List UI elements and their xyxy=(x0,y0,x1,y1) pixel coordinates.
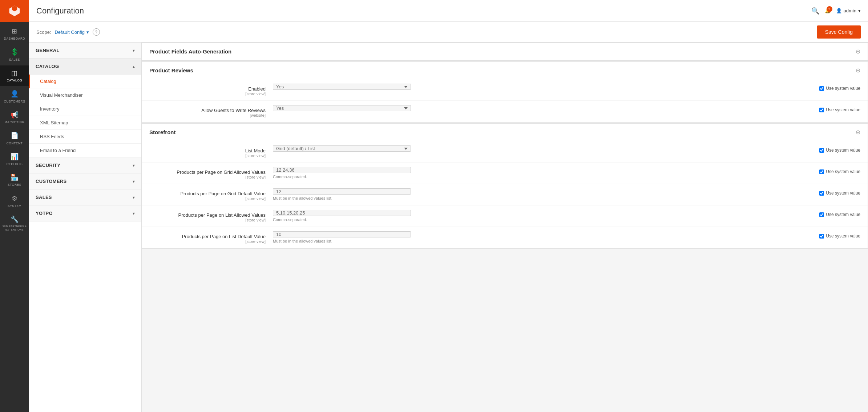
nav-item-customers[interactable]: 👤 CUSTOMERS xyxy=(0,86,29,107)
chevron-icon-sales: ▾ xyxy=(133,195,135,200)
list-mode-select[interactable]: Grid (default) / List List (default) / G… xyxy=(273,145,411,152)
list-allowed-label: Products per Page on List Allowed Values… xyxy=(149,210,273,222)
list-default-control: Must be in the allowed values list. Use … xyxy=(273,231,860,243)
search-icon[interactable]: 🔍 xyxy=(811,7,819,15)
enabled-use-system-checkbox[interactable] xyxy=(819,86,824,91)
nav-item-dashboard[interactable]: ⊞ DASHBOARD xyxy=(0,24,29,44)
allow-guests-select[interactable]: Yes No xyxy=(273,105,411,111)
grid-default-use-system-value[interactable]: Use system value xyxy=(819,188,860,196)
sidebar-item-visual-merchandiser[interactable]: Visual Merchandiser xyxy=(29,88,141,102)
config-section-header-storefront[interactable]: Storefront ⊖ xyxy=(142,124,868,141)
section-header-sales[interactable]: SALES ▾ xyxy=(29,189,141,205)
enabled-use-system-label: Use system value xyxy=(826,86,860,91)
notification-bell[interactable]: 🔔 2 xyxy=(825,8,831,13)
grid-allowed-use-system-checkbox[interactable] xyxy=(819,169,824,174)
section-header-yotpo[interactable]: YOTPO ▾ xyxy=(29,205,141,221)
list-allowed-use-system-value[interactable]: Use system value xyxy=(819,210,860,217)
logo xyxy=(0,0,29,22)
admin-username: admin xyxy=(844,8,856,13)
form-row-list-mode: List Mode [store view] Grid (default) / … xyxy=(142,141,868,163)
list-default-input[interactable] xyxy=(273,231,411,237)
sidebar-item-rss-feeds[interactable]: RSS Feeds xyxy=(29,130,141,144)
section-title-sales: SALES xyxy=(36,195,52,200)
scope-bar: Scope: Default Config ▾ ? Save Config xyxy=(29,22,868,43)
config-section-header-product-reviews[interactable]: Product Reviews ⊖ xyxy=(142,62,868,79)
chevron-icon-security: ▾ xyxy=(133,163,135,168)
chevron-icon-catalog: ▴ xyxy=(133,64,135,69)
scope-chevron-icon: ▾ xyxy=(86,29,89,35)
list-mode-use-system-label: Use system value xyxy=(826,148,860,153)
enabled-select[interactable]: Yes No xyxy=(273,84,411,90)
section-header-general[interactable]: GENERAL ▾ xyxy=(29,43,141,59)
product-fields-toggle-icon: ⊖ xyxy=(856,48,860,55)
nav-item-partners[interactable]: 🔧 3RD PARTNERS & EXTENSIONS xyxy=(0,212,29,235)
allow-guests-use-system-checkbox[interactable] xyxy=(819,108,824,112)
product-reviews-title: Product Reviews xyxy=(149,67,193,73)
nav-item-reports[interactable]: 📊 REPORTS xyxy=(0,149,29,170)
form-row-grid-allowed: Products per Page on Grid Allowed Values… xyxy=(142,163,868,184)
nav-label-system: SYSTEM xyxy=(8,204,21,208)
nav-item-content[interactable]: 📄 CONTENT xyxy=(0,128,29,149)
scope-selector[interactable]: Default Config ▾ xyxy=(54,29,89,35)
enabled-use-system-value[interactable]: Use system value xyxy=(819,84,860,91)
allow-guests-control: Yes No Use system value xyxy=(273,105,860,112)
config-section-header-product-fields[interactable]: Product Fields Auto-Generation ⊖ xyxy=(142,43,868,60)
right-panel: Product Fields Auto-Generation ⊖ Product… xyxy=(142,43,868,412)
save-config-button[interactable]: Save Config xyxy=(817,25,861,39)
left-panel: GENERAL ▾ CATALOG ▴ Catalog Visual Merch… xyxy=(29,43,142,412)
storefront-title: Storefront xyxy=(149,129,176,135)
top-bar-right: 🔍 🔔 2 👤 admin ▾ xyxy=(811,7,861,15)
help-icon: ? xyxy=(95,30,97,34)
icon-sidebar: ⊞ DASHBOARD 💲 SALES ◫ CATALOG 👤 CUSTOMER… xyxy=(0,0,29,412)
list-mode-use-system-value[interactable]: Use system value xyxy=(819,145,860,153)
enabled-label: Enabled [store view] xyxy=(149,84,273,96)
grid-default-input[interactable] xyxy=(273,188,411,195)
reports-icon: 📊 xyxy=(11,153,19,161)
customers-icon: 👤 xyxy=(11,90,19,98)
allow-guests-use-system-value[interactable]: Use system value xyxy=(819,105,860,112)
nav-item-system[interactable]: ⚙ SYSTEM xyxy=(0,191,29,212)
scope-help-button[interactable]: ? xyxy=(93,28,100,36)
grid-default-control: Must be in the allowed values list. Use … xyxy=(273,188,860,200)
storefront-toggle-icon: ⊖ xyxy=(856,129,860,136)
chevron-icon-yotpo: ▾ xyxy=(133,211,135,216)
sidebar-item-catalog[interactable]: Catalog xyxy=(29,75,141,88)
section-title-catalog: CATALOG xyxy=(36,64,59,69)
form-row-enabled: Enabled [store view] Yes No xyxy=(142,79,868,101)
nav-label-stores: STORES xyxy=(8,183,21,187)
nav-label-partners: 3RD PARTNERS & EXTENSIONS xyxy=(2,225,27,231)
sidebar-item-email-to-friend[interactable]: Email to a Friend xyxy=(29,144,141,157)
grid-default-use-system-checkbox[interactable] xyxy=(819,191,824,196)
grid-allowed-use-system-label: Use system value xyxy=(826,169,860,174)
page-title: Configuration xyxy=(36,6,84,16)
product-fields-title: Product Fields Auto-Generation xyxy=(149,48,231,55)
list-allowed-use-system-checkbox[interactable] xyxy=(819,212,824,217)
section-header-customers[interactable]: CUSTOMERS ▾ xyxy=(29,173,141,189)
list-default-use-system-value[interactable]: Use system value xyxy=(819,231,860,239)
scope-bar-left: Scope: Default Config ▾ ? xyxy=(36,28,100,36)
list-mode-use-system-checkbox[interactable] xyxy=(819,148,824,153)
list-allowed-input[interactable] xyxy=(273,210,411,216)
nav-item-sales[interactable]: 💲 SALES xyxy=(0,44,29,65)
admin-user-menu[interactable]: 👤 admin ▾ xyxy=(836,8,861,13)
nav-label-customers: CUSTOMERS xyxy=(4,100,25,104)
content-area: GENERAL ▾ CATALOG ▴ Catalog Visual Merch… xyxy=(29,43,868,412)
form-row-list-allowed: Products per Page on List Allowed Values… xyxy=(142,205,868,227)
grid-allowed-input[interactable] xyxy=(273,167,411,173)
grid-allowed-use-system-value[interactable]: Use system value xyxy=(819,167,860,174)
nav-label-catalog: CATALOG xyxy=(7,79,23,83)
grid-default-label: Products per Page on Grid Default Value … xyxy=(149,188,273,201)
nav-label-dashboard: DASHBOARD xyxy=(4,37,25,41)
section-header-catalog[interactable]: CATALOG ▴ xyxy=(29,59,141,75)
partners-icon: 🔧 xyxy=(11,215,19,224)
config-section-storefront: Storefront ⊖ List Mode [store view] G xyxy=(142,123,868,249)
top-bar: Configuration 🔍 🔔 2 👤 admin ▾ xyxy=(29,0,868,22)
sidebar-item-inventory[interactable]: Inventory xyxy=(29,102,141,116)
nav-item-stores[interactable]: 🏪 STORES xyxy=(0,170,29,191)
sidebar-item-xml-sitemap[interactable]: XML Sitemap xyxy=(29,116,141,130)
nav-item-catalog[interactable]: ◫ CATALOG xyxy=(0,65,29,86)
nav-item-marketing[interactable]: 📢 MARKETING xyxy=(0,107,29,128)
section-title-general: GENERAL xyxy=(36,48,60,53)
section-header-security[interactable]: SECURITY ▾ xyxy=(29,157,141,173)
list-default-use-system-checkbox[interactable] xyxy=(819,234,824,239)
